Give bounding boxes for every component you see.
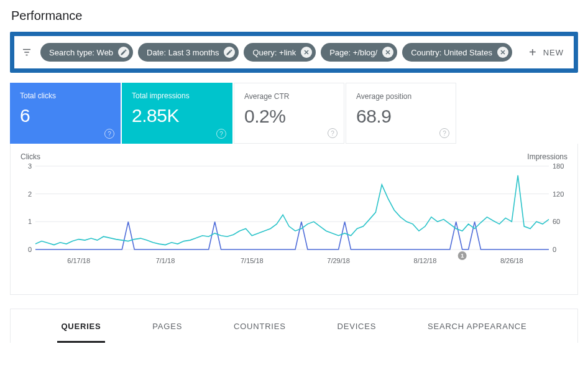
svg-text:120: 120	[553, 190, 564, 198]
svg-text:60: 60	[553, 218, 560, 225]
chart-panel: Clicks Impressions 01230601201806/17/187…	[10, 144, 578, 295]
svg-text:3: 3	[28, 162, 32, 170]
metric-card-position[interactable]: Average position 68.9 ?	[346, 83, 456, 144]
tab-devices[interactable]: DEVICES	[334, 309, 380, 343]
chip-label: Date: Last 3 months	[147, 48, 219, 57]
chip-label: Search type: Web	[49, 48, 113, 57]
metric-label: Average CTR	[244, 92, 334, 101]
metric-label: Average position	[356, 92, 446, 101]
tabs-row: QUERIES PAGES COUNTRIES DEVICES SEARCH A…	[11, 309, 577, 343]
filter-icon	[21, 46, 33, 58]
metric-card-impressions[interactable]: Total impressions 2.85K ?	[122, 83, 232, 144]
metric-value: 2.85K	[132, 105, 223, 126]
filter-chip-page[interactable]: Page: +/blog/	[321, 43, 397, 62]
metric-label: Total impressions	[132, 91, 223, 100]
help-icon[interactable]: ?	[216, 129, 226, 139]
filter-chip-query[interactable]: Query: +link	[244, 43, 316, 62]
chip-label: Query: +link	[252, 48, 296, 57]
axis-label-left: Clicks	[21, 152, 40, 161]
metric-card-ctr[interactable]: Average CTR 0.2% ?	[234, 83, 344, 144]
tab-pages[interactable]: PAGES	[149, 309, 186, 343]
pencil-icon[interactable]	[224, 47, 235, 58]
page-title: Performance	[0, 0, 588, 29]
plus-icon: +	[529, 46, 537, 58]
performance-chart: 01230601201806/17/187/1/187/15/187/29/18…	[21, 162, 567, 268]
svg-text:7/29/18: 7/29/18	[327, 257, 350, 264]
svg-text:6/17/18: 6/17/18	[67, 257, 90, 264]
close-icon[interactable]	[497, 47, 508, 58]
close-icon[interactable]	[382, 47, 393, 58]
pencil-icon[interactable]	[118, 47, 129, 58]
help-icon[interactable]: ?	[328, 128, 338, 138]
svg-text:0: 0	[28, 246, 32, 253]
svg-text:1: 1	[461, 253, 464, 259]
close-icon[interactable]	[301, 47, 312, 58]
axis-label-right: Impressions	[527, 152, 567, 161]
filter-chip-country[interactable]: Country: United States	[402, 43, 512, 62]
metric-value: 6	[20, 105, 111, 126]
metric-value: 68.9	[356, 106, 446, 127]
metric-card-clicks[interactable]: Total clicks 6 ?	[10, 83, 121, 144]
tab-appearance[interactable]: SEARCH APPEARANCE	[424, 309, 531, 343]
tab-countries[interactable]: COUNTRIES	[230, 309, 290, 343]
svg-text:180: 180	[553, 162, 564, 170]
tab-queries[interactable]: QUERIES	[57, 309, 104, 343]
filter-bar-highlight: Search type: Web Date: Last 3 months Que…	[10, 32, 578, 73]
metric-cards-row: Total clicks 6 ? Total impressions 2.85K…	[10, 83, 578, 144]
filter-chip-date[interactable]: Date: Last 3 months	[138, 43, 239, 62]
new-label: NEW	[543, 48, 564, 57]
help-icon[interactable]: ?	[104, 129, 114, 139]
filter-chip-search-type[interactable]: Search type: Web	[40, 43, 133, 62]
svg-text:7/1/18: 7/1/18	[156, 257, 175, 264]
svg-text:2: 2	[28, 190, 32, 198]
help-icon[interactable]: ?	[439, 128, 449, 138]
add-new-filter-button[interactable]: + NEW	[523, 42, 570, 62]
svg-text:8/26/18: 8/26/18	[500, 257, 523, 264]
svg-text:7/15/18: 7/15/18	[241, 257, 264, 264]
chip-label: Page: +/blog/	[329, 48, 377, 57]
tabs-panel: QUERIES PAGES COUNTRIES DEVICES SEARCH A…	[10, 309, 578, 343]
svg-text:1: 1	[28, 218, 32, 225]
svg-text:0: 0	[553, 246, 556, 253]
filter-bar: Search type: Web Date: Last 3 months Que…	[14, 36, 574, 68]
chip-label: Country: United States	[411, 48, 492, 57]
svg-text:8/12/18: 8/12/18	[414, 257, 437, 264]
metric-label: Total clicks	[20, 91, 111, 100]
metric-value: 0.2%	[244, 106, 334, 127]
